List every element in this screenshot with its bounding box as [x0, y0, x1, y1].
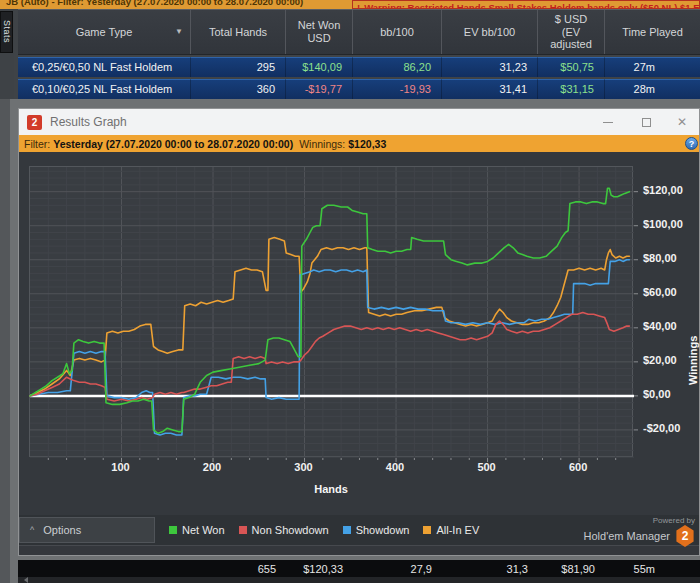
results-graph-window: 2 Results Graph ✕ Filter: Yesterday (27.…	[18, 108, 700, 556]
table-header-row: Game Type▼ Total Hands Net Won USD bb/10…	[18, 9, 700, 55]
cell-usd-ev: $31,15	[538, 79, 605, 99]
options-button[interactable]: ^ Options	[19, 517, 155, 543]
restricted-hands-warning: !Warning: Restricted Hands Small Stakes …	[352, 0, 700, 9]
legend-item-showdown: Showdown	[343, 524, 410, 536]
series-line-all-in-ev	[30, 238, 629, 396]
cell-total-hands: 360	[191, 79, 286, 99]
column-header-game-type[interactable]: Game Type▼	[18, 10, 191, 54]
filter-label: Filter:	[24, 138, 50, 150]
totals-spacer	[18, 560, 191, 577]
totals-bb100: 27,9	[353, 560, 442, 577]
window-footer: ^ Options Net WonNon ShowdownShowdownAll…	[19, 515, 699, 545]
y-tick-label: $80,00	[643, 252, 677, 264]
legend-swatch-icon	[169, 526, 177, 534]
winnings-value: $120,33	[348, 138, 386, 150]
series-line-showdown	[30, 260, 629, 435]
cell-time-played: 28m	[605, 79, 700, 99]
cell-net-won: $140,09	[286, 57, 353, 77]
maximize-button[interactable]	[633, 109, 659, 135]
y-axis-title: Winnings	[687, 336, 699, 385]
totals-total-hands: 655	[191, 560, 286, 577]
totals-time-played: 55m	[605, 560, 700, 577]
stats-table: Game Type▼ Total Hands Net Won USD bb/10…	[18, 9, 700, 99]
x-tick-label: 600	[558, 461, 598, 473]
y-tick-label: $20,00	[643, 354, 677, 366]
maximize-icon	[642, 118, 651, 127]
y-tick-label: $100,00	[643, 218, 683, 230]
legend-swatch-icon	[343, 526, 351, 534]
totals-ev-bb100: 31,3	[442, 560, 538, 577]
warning-icon: !	[357, 2, 360, 9]
y-tick-label: $60,00	[643, 286, 677, 298]
left-panel-strip	[0, 99, 10, 583]
x-axis-title: Hands	[29, 483, 633, 495]
powered-by-text: Powered by	[584, 516, 695, 525]
legend-label: All-In EV	[436, 524, 479, 536]
x-axis-tick-labels: 100200300400500600	[29, 461, 633, 475]
caret-up-icon: ^	[30, 525, 34, 535]
minimize-button[interactable]	[595, 109, 621, 135]
close-button[interactable]: ✕	[669, 109, 695, 135]
column-header-total-hands[interactable]: Total Hands	[191, 10, 286, 54]
legend-item-all-in-ev: All-In EV	[423, 524, 479, 536]
legend-swatch-icon	[239, 526, 247, 534]
column-header-net-won[interactable]: Net Won USD	[286, 10, 353, 54]
series-line-non-showdown	[30, 313, 629, 402]
x-tick-label: 100	[101, 461, 141, 473]
x-tick-label: 200	[192, 461, 232, 473]
cell-bb100: 86,20	[353, 57, 442, 77]
column-header-ev-bb100[interactable]: EV bb/100	[442, 10, 538, 54]
x-tick-label: 500	[467, 461, 507, 473]
help-icon[interactable]: ?	[685, 137, 698, 150]
left-rail: Stats	[0, 9, 14, 99]
plot-area	[29, 166, 633, 457]
x-tick-label: 300	[284, 461, 324, 473]
column-header-usd-ev[interactable]: $ USD (EV adjusted	[538, 10, 605, 54]
cell-total-hands: 295	[191, 57, 286, 77]
cell-usd-ev: $50,75	[538, 57, 605, 77]
table-row[interactable]: €0,10/€0,25 NL Fast Holdem 360 -$19,77 -…	[18, 79, 700, 99]
totals-net-won: $120,33	[286, 560, 353, 577]
y-tick-label: -$20,00	[643, 422, 680, 434]
hm2-hexagon-logo-icon: 2	[675, 525, 695, 547]
legend-label: Net Won	[182, 524, 225, 536]
chevron-down-icon[interactable]: ▼	[175, 27, 183, 36]
tab-stats[interactable]: Stats	[0, 11, 13, 53]
y-tick-label: $0,00	[643, 388, 671, 400]
column-header-bb100[interactable]: bb/100	[353, 10, 442, 54]
legend-label: Non Showdown	[252, 524, 329, 536]
top-filter-text: JB (Auto) - Filter: Yesterday (27.07.202…	[6, 0, 303, 7]
top-warning-bar: JB (Auto) - Filter: Yesterday (27.07.202…	[0, 0, 700, 9]
scroll-left-icon[interactable]	[24, 577, 28, 583]
window-titlebar[interactable]: 2 Results Graph ✕	[19, 109, 699, 135]
holdem-manager-brand: Hold'em Manager	[584, 530, 670, 542]
legend-item-net-won: Net Won	[169, 524, 225, 536]
cell-net-won: -$19,77	[286, 79, 353, 99]
cell-bb100: -19,93	[353, 79, 442, 99]
winnings-label: Winnings:	[299, 138, 345, 150]
chart-canvas	[30, 167, 634, 458]
y-axis-tick-labels: $120,00$100,00$80,00$60,00$40,00$20,00$0…	[639, 166, 700, 457]
legend-swatch-icon	[423, 526, 431, 534]
cell-ev-bb100: 31,41	[442, 79, 538, 99]
powered-by: Powered by Hold'em Manager 2	[584, 516, 695, 547]
y-tick-label: $120,00	[643, 184, 683, 196]
horizontal-scrollbar[interactable]	[18, 577, 700, 583]
column-header-time-played[interactable]: Time Played	[605, 10, 700, 54]
chart-legend: Net WonNon ShowdownShowdownAll-In EV	[169, 515, 479, 545]
hm2-logo-icon: 2	[27, 115, 42, 130]
legend-label: Showdown	[356, 524, 410, 536]
cell-time-played: 27m	[605, 57, 700, 77]
table-row[interactable]: €0,25/€0,50 NL Fast Holdem 295 $140,09 8…	[18, 57, 700, 77]
results-graph: $120,00$100,00$80,00$60,00$40,00$20,00$0…	[19, 152, 699, 515]
legend-item-non-showdown: Non Showdown	[239, 524, 329, 536]
cell-game-type: €0,10/€0,25 NL Fast Holdem	[18, 79, 191, 99]
warning-text: Warning: Restricted Hands Small Stakes H…	[364, 2, 699, 9]
options-label: Options	[43, 524, 81, 536]
table-totals-row: 655 $120,33 27,9 31,3 $81,90 55m	[18, 560, 700, 577]
y-tick-label: $40,00	[643, 320, 677, 332]
filter-bar: Filter: Yesterday (27.07.2020 00:00 to 2…	[19, 135, 699, 152]
cell-game-type: €0,25/€0,50 NL Fast Holdem	[18, 57, 191, 77]
x-tick-label: 400	[375, 461, 415, 473]
filter-value: Yesterday (27.07.2020 00:00 to 28.07.202…	[53, 138, 293, 150]
